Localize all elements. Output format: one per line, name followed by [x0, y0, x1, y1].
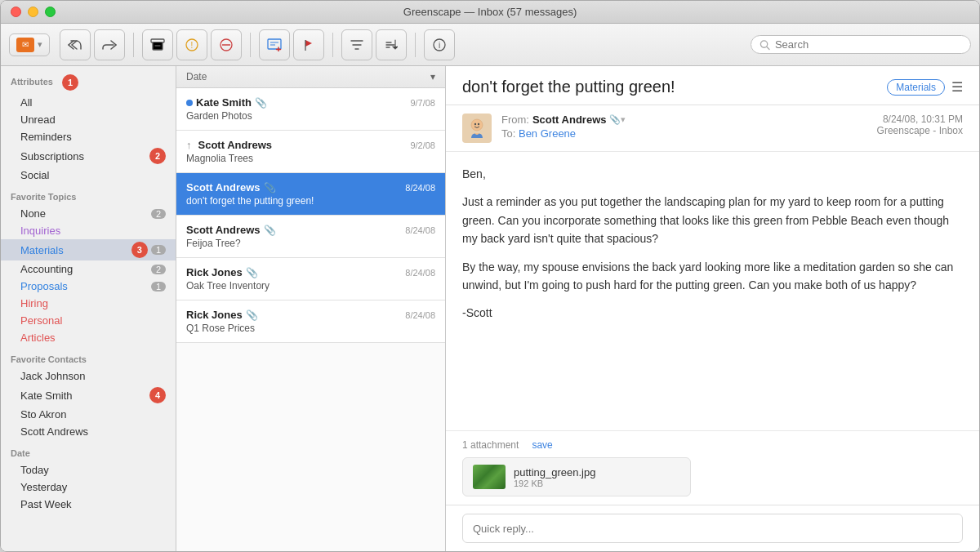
- sidebar-item-hiring[interactable]: Hiring: [1, 295, 176, 312]
- sidebar-item-sto-akron[interactable]: Sto Akron: [1, 406, 176, 423]
- none-badge: 2: [151, 209, 166, 219]
- search-icon: [760, 39, 770, 51]
- svg-rect-0: [151, 39, 164, 42]
- sidebar-item-unread[interactable]: Unread: [1, 111, 176, 128]
- favorite-contacts-header: Favorite Contacts: [1, 346, 176, 367]
- hamburger-icon[interactable]: ☰: [951, 79, 963, 95]
- message-item[interactable]: ↑ Scott Andrews 9/2/08 Magnolia Trees: [176, 131, 445, 173]
- sidebar-item-social-label: Social: [20, 169, 166, 181]
- message-item[interactable]: Scott Andrews 📎 8/24/08 don't forget the…: [176, 173, 445, 216]
- compose-button[interactable]: [259, 29, 290, 60]
- email-meta-info: From: Scott Andrews 📎▾ To: Ben Greene: [501, 114, 867, 140]
- sidebar-item-jack-johnson[interactable]: Jack Johnson: [1, 367, 176, 385]
- quick-reply-section: [446, 505, 979, 551]
- message-sender: ↑ Scott Andrews: [186, 139, 272, 151]
- sidebar-item-materials[interactable]: Materials 3 1: [1, 239, 176, 260]
- sidebar-item-subscriptions[interactable]: Subscriptions 2: [1, 145, 176, 167]
- toolbar-sep-1: [133, 33, 134, 57]
- accounting-badge: 2: [151, 265, 166, 274]
- forward-button[interactable]: [94, 29, 125, 60]
- email-header-right: Materials ☰: [887, 79, 963, 96]
- unread-dot: [186, 100, 193, 106]
- sidebar-item-none[interactable]: None 2: [1, 205, 176, 222]
- email-body-para1: Just a reminder as you put together the …: [462, 193, 963, 247]
- message-item[interactable]: Rick Jones 📎 8/24/08 Oak Tree Inventory: [176, 258, 445, 300]
- email-body-para2: By the way, my spouse envisions the back…: [462, 258, 963, 295]
- sidebar-item-proposals[interactable]: Proposals 1: [1, 278, 176, 295]
- message-list-items: Kate Smith 📎 9/7/08 Garden Photos ↑ Scot…: [176, 88, 445, 551]
- attachment-save-button[interactable]: save: [532, 439, 552, 451]
- sidebar-item-articles-label: Articles: [20, 332, 166, 344]
- account-button[interactable]: ✉ ▾: [9, 33, 50, 56]
- close-button[interactable]: [11, 7, 21, 17]
- info-button[interactable]: i: [424, 29, 455, 60]
- quick-reply-input[interactable]: [462, 514, 963, 543]
- email-timestamp-block: 8/24/08, 10:31 PM Greenscape - Inbox: [877, 114, 963, 136]
- flag-button[interactable]: !: [176, 29, 207, 60]
- sidebar-item-yesterday-label: Yesterday: [20, 481, 166, 493]
- sidebar-item-inquiries-label: Inquiries: [20, 225, 166, 237]
- email-attachment-section: 1 attachment save putting_green.jpg 192 …: [446, 430, 979, 505]
- sidebar-item-inquiries[interactable]: Inquiries: [1, 222, 176, 239]
- email-timestamp: 8/24/08, 10:31 PM: [877, 114, 963, 125]
- block-button[interactable]: [211, 29, 242, 60]
- sidebar-item-today-label: Today: [20, 464, 166, 476]
- sidebar-item-scott-andrews[interactable]: Scott Andrews: [1, 423, 176, 440]
- sidebar-item-reminders[interactable]: Reminders: [1, 128, 176, 145]
- account-chevron: ▾: [38, 39, 42, 50]
- message-date: 9/2/08: [410, 140, 435, 150]
- message-subject: Oak Tree Inventory: [186, 280, 435, 292]
- sidebar-item-accounting[interactable]: Accounting 2: [1, 260, 176, 278]
- message-subject: don't forget the putting green!: [186, 195, 435, 207]
- sidebar-item-yesterday[interactable]: Yesterday: [1, 479, 176, 496]
- email-viewer: don't forget the putting green! Material…: [446, 66, 979, 551]
- maximize-button[interactable]: [45, 7, 56, 17]
- attributes-header: Attributes 1: [1, 66, 176, 94]
- message-item[interactable]: Kate Smith 📎 9/7/08 Garden Photos: [176, 88, 445, 131]
- search-input[interactable]: [775, 38, 962, 51]
- flag2-button[interactable]: [293, 29, 324, 60]
- message-sender: Scott Andrews 📎: [186, 224, 276, 236]
- message-sender: Rick Jones 📎: [186, 309, 258, 321]
- reply-all-button[interactable]: [60, 29, 91, 60]
- sidebar-item-kate-smith-label: Kate Smith: [20, 390, 143, 402]
- sort-button[interactable]: [376, 29, 407, 60]
- filter-button[interactable]: [341, 29, 372, 60]
- paperclip-icon: 📎: [264, 225, 276, 236]
- sidebar-item-social[interactable]: Social: [1, 167, 176, 184]
- attributes-badge: 1: [62, 74, 78, 91]
- message-date: 8/24/08: [405, 225, 435, 235]
- message-date: 8/24/08: [405, 183, 435, 193]
- message-list-sort-label: Date: [186, 71, 207, 82]
- favorite-topics-header: Favorite Topics: [1, 184, 176, 205]
- message-item[interactable]: Rick Jones 📎 8/24/08 Q1 Rose Prices: [176, 300, 445, 343]
- minimize-button[interactable]: [28, 7, 38, 17]
- to-label: To:: [501, 127, 515, 140]
- date-header: Date: [1, 440, 176, 461]
- sidebar-item-personal-label: Personal: [20, 314, 166, 327]
- sidebar-item-past-week-label: Past Week: [20, 498, 166, 510]
- sidebar-item-articles[interactable]: Articles: [1, 329, 176, 346]
- toolbar-sep-4: [415, 33, 416, 57]
- sidebar-item-all[interactable]: All: [1, 94, 176, 111]
- attachment-file[interactable]: putting_green.jpg 192 KB: [462, 457, 691, 496]
- toolbar: ✉ ▾ !: [1, 24, 979, 66]
- svg-point-18: [478, 123, 479, 125]
- email-from-name: Scott Andrews: [532, 114, 607, 126]
- message-item[interactable]: Scott Andrews 📎 8/24/08 Feijoa Tree?: [176, 216, 445, 258]
- message-list-sort-chevron[interactable]: ▾: [430, 71, 435, 82]
- email-inbox-label: Greenscape - Inbox: [877, 125, 963, 136]
- sidebar-item-kate-smith[interactable]: Kate Smith 4: [1, 385, 176, 406]
- sidebar-item-today[interactable]: Today: [1, 461, 176, 479]
- email-tag[interactable]: Materials: [887, 79, 945, 96]
- sidebar-item-proposals-label: Proposals: [20, 280, 151, 292]
- toolbar-sep-2: [250, 33, 251, 57]
- sidebar-item-reminders-label: Reminders: [20, 131, 166, 143]
- attachment-count: 1 attachment: [462, 439, 519, 451]
- sidebar-item-accounting-label: Accounting: [20, 263, 151, 275]
- titlebar-buttons: [11, 7, 56, 17]
- sidebar-item-past-week[interactable]: Past Week: [1, 496, 176, 513]
- sidebar-item-personal[interactable]: Personal: [1, 312, 176, 329]
- archive-button[interactable]: [142, 29, 173, 60]
- paperclip-icon: 📎: [264, 182, 276, 194]
